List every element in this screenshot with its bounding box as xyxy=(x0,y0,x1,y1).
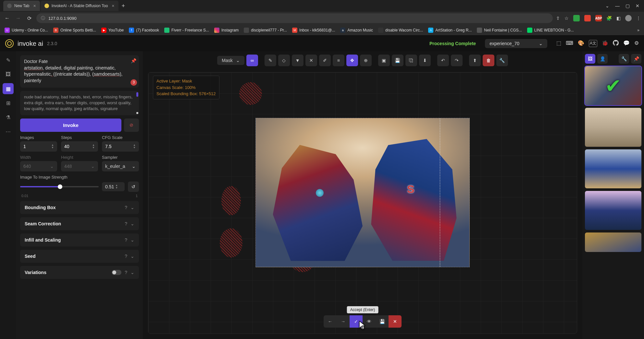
sampler-select[interactable]: k_euler_a⌄ xyxy=(102,161,139,171)
reset-button[interactable]: ↺ xyxy=(128,182,139,192)
browser-tab[interactable]: New Tab × xyxy=(3,1,40,11)
reload-button[interactable]: ⟳ xyxy=(25,15,33,21)
forward-button[interactable]: → xyxy=(14,15,22,21)
bookmark-item[interactable]: UUdemy - Online Co... xyxy=(5,28,48,33)
images-input[interactable]: 1▲▼ xyxy=(20,141,57,152)
postprocess-tab[interactable]: ⚗ xyxy=(3,112,14,123)
txt2img-tab[interactable]: ✎ xyxy=(3,55,14,66)
browser-tab[interactable]: InvokeAI - A Stable Diffusion Too × xyxy=(41,1,118,11)
bookmarks-overflow-icon[interactable]: » xyxy=(637,28,639,32)
back-button[interactable]: ← xyxy=(3,15,11,21)
seed-accordion[interactable]: Seed ?⌄ xyxy=(20,250,139,263)
site-info-icon[interactable]: ⓘ xyxy=(41,15,45,21)
move-tool[interactable]: ✥ xyxy=(346,55,358,66)
mask-options-button[interactable]: ∞ xyxy=(246,55,258,66)
bookmark-item[interactable]: Instagram xyxy=(214,28,239,33)
keyboard-icon[interactable]: ⌨ xyxy=(566,40,573,47)
upload-button[interactable]: ⬆ xyxy=(469,55,481,66)
save-to-gallery-button[interactable]: 💾 xyxy=(392,55,403,66)
browser-menu-icon[interactable]: ⋮ xyxy=(636,16,641,21)
download-button[interactable]: ⬇ xyxy=(419,55,431,66)
height-select[interactable]: 448⌄ xyxy=(61,161,98,171)
gallery-thumbnail[interactable] xyxy=(585,191,641,230)
gallery-thumbnail[interactable] xyxy=(585,108,641,147)
merge-layers-button[interactable]: ▣ xyxy=(378,55,390,66)
pin-icon[interactable]: 📌 xyxy=(131,58,136,64)
scrollbar-thumb[interactable] xyxy=(136,92,138,97)
new-tab-button[interactable]: + xyxy=(119,3,128,9)
minimize-icon[interactable]: — xyxy=(615,3,620,8)
gallery-thumbnail[interactable]: ✔ xyxy=(585,66,641,105)
bookmark-item[interactable]: AArtStation - Greg R... xyxy=(428,28,472,33)
prompt-input[interactable]: 📌 Doctor Fate artstation, detailed, digi… xyxy=(20,55,139,88)
stepper-icon[interactable]: ▲▼ xyxy=(133,144,136,149)
bookmark-star-icon[interactable]: ☆ xyxy=(564,16,569,21)
bookmark-item[interactable]: MInbox - klk56831@... xyxy=(292,28,335,33)
cube-icon[interactable]: ⬚ xyxy=(556,40,561,47)
reset-view-button[interactable]: ⊕ xyxy=(360,55,372,66)
stepper-icon[interactable]: ▲▼ xyxy=(92,144,95,149)
extension-icon[interactable] xyxy=(573,15,580,21)
gallery-settings-button[interactable]: 🔧 xyxy=(619,54,629,64)
staging-prev-button[interactable]: ← xyxy=(324,315,337,328)
adblock-icon[interactable]: ABP xyxy=(595,15,602,21)
variations-toggle[interactable] xyxy=(112,270,121,275)
generated-image[interactable] xyxy=(255,118,470,267)
negative-prompt-input[interactable]: nude bad anatomy, bad hands, text, error… xyxy=(20,91,139,115)
cfg-input[interactable]: 7.5▲▼ xyxy=(102,141,139,152)
width-select[interactable]: 640⌄ xyxy=(20,161,57,171)
bookmark-item[interactable]: Fiverr - Freelance S... xyxy=(164,28,209,33)
bookmark-item[interactable]: BOnline Sports Betti... xyxy=(53,28,96,33)
chevron-down-icon[interactable]: ⌄ xyxy=(605,3,609,8)
url-input[interactable]: ⓘ 127.0.0.1:9090 xyxy=(36,13,553,23)
cancel-button[interactable]: ⊘ xyxy=(124,119,139,132)
bookmark-item[interactable]: ▶YouTube xyxy=(101,28,124,33)
staging-discard-button[interactable]: ✕ xyxy=(389,315,402,328)
steps-input[interactable]: 40▲▼ xyxy=(61,141,98,152)
canvas-settings-button[interactable]: 🔧 xyxy=(496,55,508,66)
close-icon[interactable]: × xyxy=(33,3,36,8)
model-select[interactable]: experience_70 ⌄ xyxy=(485,39,547,48)
resize-handle[interactable] xyxy=(136,112,138,114)
gallery-pin-button[interactable]: 📌 xyxy=(631,54,641,64)
help-icon[interactable]: ? xyxy=(125,237,127,243)
help-icon[interactable]: ? xyxy=(125,254,127,259)
slider-thumb[interactable] xyxy=(58,184,62,189)
bookmark-item[interactable]: LINE WEBTOON - G... xyxy=(527,28,574,33)
discord-icon[interactable]: 💬 xyxy=(623,40,630,47)
bookmark-item[interactable]: discipleneil777 - Pr... xyxy=(244,28,287,33)
bookmark-item[interactable]: aAmazon Music xyxy=(340,28,373,33)
settings-gear-icon[interactable]: ⚙ xyxy=(634,40,639,47)
gallery-user-tab[interactable]: 👤 xyxy=(597,54,608,64)
help-icon[interactable]: ? xyxy=(125,205,127,210)
bug-icon[interactable]: 🐞 xyxy=(602,40,608,47)
variations-accordion[interactable]: Variations ?⌄ xyxy=(20,266,139,279)
img2img-tab[interactable]: 🖼 xyxy=(3,69,14,80)
bookmark-item[interactable]: f(7) Facebook xyxy=(129,28,159,33)
extensions-menu-icon[interactable]: 🧩 xyxy=(606,16,612,21)
canvas-viewport[interactable]: Active Layer: Mask Canvas Scale: 100% Sc… xyxy=(148,72,577,334)
extension-icon[interactable] xyxy=(584,15,591,21)
seam-correction-accordion[interactable]: Seam Correction ?⌄ xyxy=(20,217,139,230)
layer-select[interactable]: Mask⌄ xyxy=(217,56,244,65)
profile-avatar-icon[interactable] xyxy=(625,15,632,21)
nodes-tab[interactable]: ⊞ xyxy=(3,97,14,108)
clear-canvas-button[interactable]: 🗑 xyxy=(483,55,494,66)
settings-tab[interactable]: ⋯ xyxy=(3,126,14,137)
bookmark-item[interactable]: Neil Fontaine | CGS... xyxy=(477,28,522,33)
github-icon[interactable] xyxy=(613,40,619,47)
gallery-images-tab[interactable]: 🖼 xyxy=(585,54,595,64)
bounding-box-accordion[interactable]: Bounding Box ?⌄ xyxy=(20,201,139,214)
i2i-slider[interactable] xyxy=(20,186,99,187)
fill-tool[interactable]: ▼ xyxy=(292,55,303,66)
stepper-icon[interactable]: ▲▼ xyxy=(115,184,118,189)
clear-mask-button[interactable]: ✕ xyxy=(305,55,317,66)
brush-options-button[interactable]: ≡ xyxy=(333,55,344,66)
unified-canvas-tab[interactable]: ▦ xyxy=(3,83,14,94)
redo-button[interactable]: ↷ xyxy=(451,55,463,66)
undo-button[interactable]: ↶ xyxy=(437,55,449,66)
stepper-icon[interactable]: ▲▼ xyxy=(51,144,54,149)
staging-next-button[interactable]: → xyxy=(337,315,350,328)
sidepanel-icon[interactable]: ◧ xyxy=(616,16,621,21)
copy-button[interactable]: ⿻ xyxy=(405,55,417,66)
